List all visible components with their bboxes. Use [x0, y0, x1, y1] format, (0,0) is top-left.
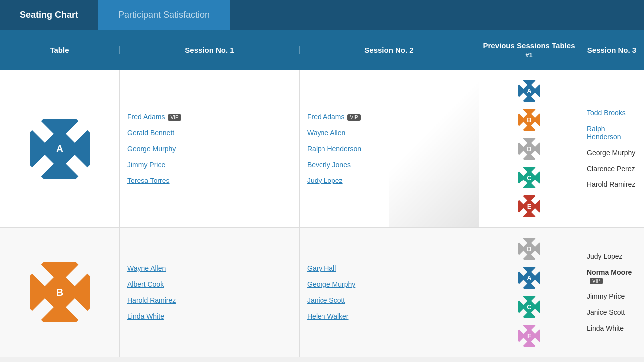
list-item: Beverly Jones [307, 161, 471, 169]
list-item: Teresa Torres [127, 177, 292, 184]
prev-sessions-cell: A B D C E [479, 70, 579, 227]
prev-session-icon: A [518, 80, 540, 102]
list-item: George Murphy [587, 149, 636, 157]
participant-name-link[interactable]: Jimmy Price [127, 161, 165, 169]
prev-session-icon: F [518, 325, 540, 347]
prev-session-icon: D [518, 138, 540, 160]
header: Seating Chart Participant Satisfaction [0, 0, 644, 30]
tab-participant-satisfaction[interactable]: Participant Satisfaction [98, 0, 230, 30]
list-item: Harold Ramirez [587, 181, 636, 188]
session3-cell: Judy LopezNorma MooreVIPJimmy PriceJanic… [579, 228, 644, 357]
session1-cell: Fred AdamsVIPGerald BennettGeorge Murphy… [120, 70, 300, 227]
participant-name-link[interactable]: George Murphy [307, 280, 355, 288]
table-row: A Fred AdamsVIPGerald BennettGeorge Murp… [0, 70, 644, 228]
session1-cell: Wayne AllenAlbert CookHarold RamirezLind… [120, 228, 300, 357]
prev-session-icon: C [518, 296, 540, 318]
participant-name-link[interactable]: Linda White [127, 312, 164, 320]
list-item: Janice Scott [587, 308, 636, 316]
list-item: Wayne Allen [307, 129, 471, 137]
participant-name-link[interactable]: Ralph Henderson [307, 145, 361, 153]
prev-session-icon: C [518, 167, 540, 188]
list-item: Jimmy Price [127, 161, 292, 169]
svg-text:C: C [527, 174, 532, 181]
participant-name-link[interactable]: Gary Hall [307, 264, 336, 272]
prev-icons-container: A B D C E [518, 80, 540, 217]
participant-name-link[interactable]: George Murphy [127, 145, 176, 153]
col-header-prev: Previous Sessions Tables #1 [479, 41, 579, 59]
list-item: Linda White [587, 324, 636, 332]
participant-name-link[interactable]: Albert Cook [127, 280, 164, 288]
vip-badge: VIP [347, 114, 360, 121]
participant-name-link[interactable]: Ralph Henderson [587, 125, 621, 141]
svg-text:A: A [56, 143, 63, 154]
participant-name-link[interactable]: Fred Adams [127, 113, 165, 121]
prev-session-icon: A [518, 267, 540, 289]
svg-text:D: D [527, 145, 531, 153]
col-header-session2: Session No. 2 [300, 46, 479, 54]
participant-name-link[interactable]: Todd Brooks [587, 109, 626, 117]
session2-cell: Fred AdamsVIPWayne AllenRalph HendersonB… [300, 70, 479, 227]
participant-name-link[interactable]: Helen Walker [307, 312, 349, 320]
list-item: Norma MooreVIP [587, 268, 636, 284]
list-item: Gary Hall [307, 264, 471, 272]
participant-name-link[interactable]: Harold Ramirez [127, 296, 176, 304]
participant-name-link[interactable]: Judy Lopez [307, 177, 343, 184]
list-item: Helen Walker [307, 312, 471, 320]
vip-badge: VIP [168, 114, 181, 121]
list-item: George Murphy [127, 145, 292, 153]
col-header-table: Table [0, 46, 120, 54]
prev-sessions-cell: D A C F [479, 228, 579, 357]
participant-name-link[interactable]: Teresa Torres [127, 177, 170, 184]
svg-text:B: B [56, 287, 63, 298]
session2-cell: Gary HallGeorge MurphyJanice ScottHelen … [300, 228, 479, 357]
svg-text:A: A [527, 87, 532, 95]
prev-session-icon: E [518, 195, 540, 217]
tab-seating-chart[interactable]: Seating Chart [0, 0, 98, 30]
participant-name-link[interactable]: Fred Adams [307, 113, 344, 121]
participant-name-link[interactable]: Gerald Bennett [127, 129, 174, 137]
list-item: Fred AdamsVIP [307, 113, 471, 121]
table-icon-cell: B [0, 228, 120, 357]
table-row: B Wayne AllenAlbert CookHarold RamirezLi… [0, 228, 644, 357]
list-item: Albert Cook [127, 280, 292, 288]
prev-session-icon: D [518, 238, 540, 260]
participant-name-link[interactable]: Janice Scott [307, 296, 345, 304]
vip-badge: VIP [590, 278, 603, 284]
list-item: Jimmy Price [587, 292, 636, 300]
list-item: Linda White [127, 312, 292, 320]
list-item: Janice Scott [307, 296, 471, 304]
list-item: Judy Lopez [307, 177, 471, 184]
svg-text:B: B [527, 116, 531, 124]
participant-name-link[interactable]: Wayne Allen [307, 129, 345, 137]
svg-text:F: F [527, 332, 531, 340]
participant-name-link[interactable]: Beverly Jones [307, 161, 351, 169]
list-item: Ralph Henderson [587, 125, 636, 141]
list-item: Fred AdamsVIP [127, 113, 292, 121]
svg-text:C: C [527, 303, 532, 311]
participant-name-link[interactable]: Wayne Allen [127, 264, 166, 272]
col-header-session3: Session No. 3 [579, 46, 644, 54]
list-item: Wayne Allen [127, 264, 292, 272]
list-item: Harold Ramirez [127, 296, 292, 304]
svg-text:D: D [527, 245, 531, 253]
col-header-session1: Session No. 1 [120, 46, 300, 54]
list-item: Todd Brooks [587, 109, 636, 117]
table-body: A Fred AdamsVIPGerald BennettGeorge Murp… [0, 70, 644, 357]
list-item: Ralph Henderson [307, 145, 471, 153]
list-item: Judy Lopez [587, 252, 636, 260]
session3-cell: Todd BrooksRalph HendersonGeorge MurphyC… [579, 70, 644, 227]
column-headers: Table Session No. 1 Session No. 2 Previo… [0, 30, 644, 70]
list-item: Clarence Perez [587, 165, 636, 173]
prev-session-icon: B [518, 109, 540, 131]
svg-text:A: A [527, 274, 532, 282]
svg-text:E: E [527, 203, 531, 210]
prev-icons-container: D A C F [518, 238, 540, 347]
table-icon-cell: A [0, 70, 120, 227]
participant-name-bold: Norma Moore [587, 268, 632, 276]
list-item: Gerald Bennett [127, 129, 292, 137]
list-item: George Murphy [307, 280, 471, 288]
